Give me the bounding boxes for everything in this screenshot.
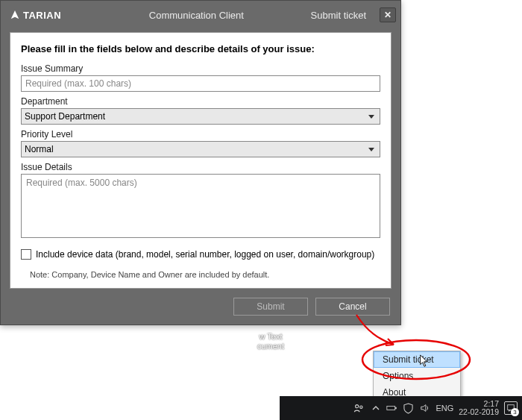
app-title: Communication Client	[149, 10, 244, 21]
priority-value: Normal	[25, 144, 54, 154]
svg-point-0	[356, 404, 359, 407]
submit-ticket-dialog: TARIAN Communication Client Submit ticke…	[0, 0, 401, 325]
notification-count: 3	[511, 408, 519, 416]
shield-icon[interactable]	[403, 403, 414, 414]
chevron-down-icon	[368, 115, 374, 119]
brand-icon	[10, 10, 20, 20]
taskbar[interactable]: ENG 2:17 22-02-2019 3	[280, 396, 522, 420]
desktop: TARIAN Communication Client Submit ticke…	[0, 0, 522, 420]
chevron-up-icon[interactable]	[370, 403, 381, 414]
battery-icon[interactable]	[386, 403, 397, 414]
issue-summary-input[interactable]	[21, 75, 380, 92]
chevron-down-icon	[368, 148, 374, 151]
tray-clock[interactable]: 2:17 22-02-2019	[459, 400, 499, 416]
priority-label: Priority Level	[21, 129, 380, 140]
issue-details-textarea[interactable]	[21, 174, 380, 238]
notification-center-icon[interactable]: 3	[504, 401, 518, 415]
menu-item-options[interactable]: Options	[374, 368, 460, 384]
close-icon: ✕	[384, 10, 392, 20]
issue-summary-label: Issue Summary	[21, 63, 380, 74]
tray-context-menu: Submit ticket Options About	[373, 351, 461, 401]
window-section: Submit ticket	[311, 10, 366, 21]
include-device-row[interactable]: Include device data (brand, model, seria…	[21, 249, 380, 260]
title-bar[interactable]: TARIAN Communication Client Submit ticke…	[1, 1, 400, 29]
issue-details-label: Issue Details	[21, 162, 380, 172]
svg-rect-3	[396, 407, 397, 410]
close-button[interactable]: ✕	[380, 7, 396, 22]
department-select[interactable]: Support Department	[21, 108, 380, 125]
instruction-text: Please fill in the fields below and desc…	[21, 43, 380, 54]
menu-item-submit-ticket[interactable]: Submit ticket	[374, 351, 460, 368]
include-device-label: Include device data (brand, model, seria…	[36, 249, 374, 260]
dialog-body: Please fill in the fields below and desc…	[10, 32, 392, 289]
default-include-note: Note: Company, Device Name and Owner are…	[30, 270, 380, 279]
include-device-checkbox[interactable]	[21, 249, 31, 260]
svg-rect-2	[387, 407, 395, 410]
department-value: Support Department	[25, 111, 105, 122]
submit-button[interactable]: Submit	[233, 298, 308, 316]
speaker-icon[interactable]	[419, 403, 430, 414]
svg-point-1	[360, 405, 362, 407]
people-icon[interactable]	[353, 403, 365, 414]
system-tray: ENG 2:17 22-02-2019 3	[353, 400, 522, 416]
tray-language[interactable]: ENG	[435, 404, 453, 413]
cancel-button[interactable]: Cancel	[315, 298, 390, 316]
desktop-file-label[interactable]: w Text cument	[248, 332, 293, 351]
brand-logo: TARIAN	[10, 10, 61, 21]
brand-text: TARIAN	[23, 10, 61, 21]
dialog-actions: Submit Cancel	[1, 295, 400, 325]
priority-select[interactable]: Normal	[21, 141, 380, 157]
department-label: Department	[21, 96, 380, 107]
